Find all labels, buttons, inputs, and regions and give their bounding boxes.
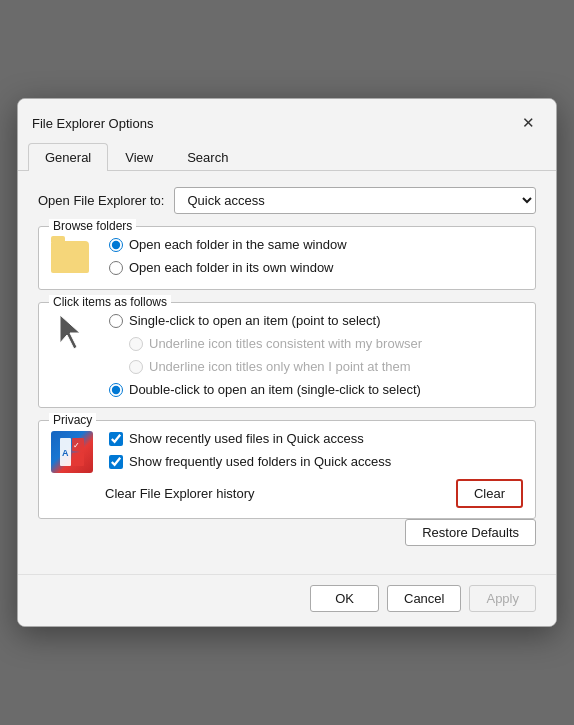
privacy-label: Privacy [49, 413, 96, 427]
cursor-icon [51, 313, 89, 351]
privacy-checkbox1[interactable] [109, 432, 123, 446]
restore-defaults-section: Restore Defaults [38, 519, 536, 546]
click-option2-radio[interactable] [129, 337, 143, 351]
apply-button[interactable]: Apply [469, 585, 536, 612]
privacy-checkbox1-row: Show recently used files in Quick access [109, 431, 523, 446]
title-bar: File Explorer Options ✕ [18, 99, 556, 143]
file-explorer-options-dialog: File Explorer Options ✕ General View Sea… [17, 98, 557, 627]
clear-history-label: Clear File Explorer history [105, 486, 255, 501]
close-button[interactable]: ✕ [514, 109, 542, 137]
privacy-checkbox1-label[interactable]: Show recently used files in Quick access [129, 431, 364, 446]
folder-icon-area [51, 237, 93, 279]
dialog-content: Open File Explorer to: Quick access This… [18, 171, 556, 574]
privacy-group: Privacy A ✓ [38, 420, 536, 519]
restore-defaults-button[interactable]: Restore Defaults [405, 519, 536, 546]
folder-icon [51, 241, 89, 273]
tab-general[interactable]: General [28, 143, 108, 171]
privacy-options: Show recently used files in Quick access… [105, 431, 523, 508]
clear-history-row: Clear File Explorer history Clear [105, 479, 523, 508]
tab-view[interactable]: View [108, 143, 170, 171]
browse-folders-content: Open each folder in the same window Open… [51, 237, 523, 279]
click-option1-radio[interactable] [109, 314, 123, 328]
click-items-group: Click items as follows Single-click to o… [38, 302, 536, 408]
open-to-select[interactable]: Quick access This PC [174, 187, 536, 214]
browse-options: Open each folder in the same window Open… [105, 237, 523, 275]
click-option3-radio[interactable] [129, 360, 143, 374]
click-option4-label[interactable]: Double-click to open an item (single-cli… [129, 382, 421, 397]
click-items-label: Click items as follows [49, 295, 171, 309]
click-option3-label: Underline icon titles only when I point … [149, 359, 411, 374]
privacy-checkbox2[interactable] [109, 455, 123, 469]
browse-option1-label[interactable]: Open each folder in the same window [129, 237, 347, 252]
click-option3-row: Underline icon titles only when I point … [129, 359, 523, 374]
privacy-content: A ✓ Show recently used files in Quick ac… [51, 431, 523, 508]
svg-text:✓: ✓ [73, 441, 80, 450]
dialog-title: File Explorer Options [32, 116, 153, 131]
browse-option2-radio[interactable] [109, 261, 123, 275]
svg-rect-3 [72, 453, 84, 466]
cancel-button[interactable]: Cancel [387, 585, 461, 612]
click-option4-row: Double-click to open an item (single-cli… [109, 382, 523, 397]
browse-option2-label[interactable]: Open each folder in its own window [129, 260, 334, 275]
click-option1-row: Single-click to open an item (point to s… [109, 313, 523, 328]
ok-button[interactable]: OK [310, 585, 379, 612]
open-to-label: Open File Explorer to: [38, 193, 164, 208]
click-option4-radio[interactable] [109, 383, 123, 397]
privacy-icon-area: A ✓ [51, 431, 93, 473]
browse-option1-row: Open each folder in the same window [109, 237, 523, 252]
click-option2-row: Underline icon titles consistent with my… [129, 336, 523, 351]
click-items-content: Single-click to open an item (point to s… [51, 313, 523, 397]
click-options: Single-click to open an item (point to s… [105, 313, 523, 397]
browse-option1-radio[interactable] [109, 238, 123, 252]
open-to-row: Open File Explorer to: Quick access This… [38, 187, 536, 214]
browse-option2-row: Open each folder in its own window [109, 260, 523, 275]
click-option2-label: Underline icon titles consistent with my… [149, 336, 422, 351]
tab-bar: General View Search [18, 143, 556, 171]
browse-folders-group: Browse folders Open each folder in the s… [38, 226, 536, 290]
privacy-icon: A ✓ [51, 431, 93, 473]
svg-marker-0 [60, 315, 80, 349]
tab-search[interactable]: Search [170, 143, 245, 171]
click-option1-label[interactable]: Single-click to open an item (point to s… [129, 313, 380, 328]
svg-text:A: A [62, 448, 69, 458]
cursor-icon-area [51, 313, 93, 355]
privacy-checkbox2-label[interactable]: Show frequently used folders in Quick ac… [129, 454, 391, 469]
privacy-checkbox2-row: Show frequently used folders in Quick ac… [109, 454, 523, 469]
clear-button[interactable]: Clear [456, 479, 523, 508]
browse-folders-label: Browse folders [49, 219, 136, 233]
dialog-footer: OK Cancel Apply [18, 574, 556, 626]
